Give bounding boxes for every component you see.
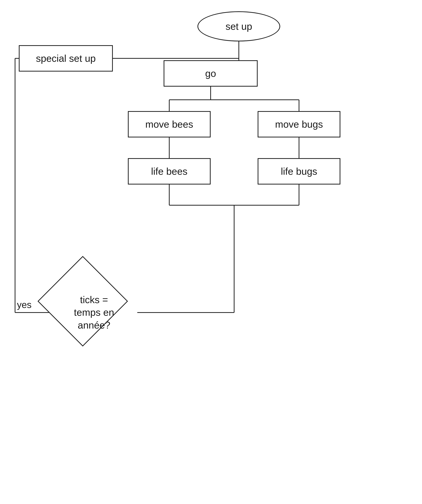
diamond-label: ticks =temps enannée? <box>51 269 137 356</box>
life-bugs-node: life bugs <box>258 158 340 185</box>
setup-node: set up <box>198 11 280 42</box>
move-bees-label: move bees <box>145 119 193 130</box>
move-bugs-label: move bugs <box>275 119 323 130</box>
move-bugs-node: move bugs <box>258 111 340 138</box>
life-bees-label: life bees <box>151 166 188 177</box>
yes-label: yes <box>17 299 32 310</box>
go-label: go <box>205 68 216 79</box>
life-bees-node: life bees <box>128 158 211 185</box>
special-setup-label: special set up <box>36 53 96 64</box>
go-node: go <box>164 60 258 87</box>
special-setup-node: special set up <box>19 45 113 72</box>
diamond-node: ticks =temps enannée? <box>51 269 137 356</box>
life-bugs-label: life bugs <box>281 166 317 177</box>
setup-label: set up <box>225 21 252 32</box>
move-bees-node: move bees <box>128 111 211 138</box>
